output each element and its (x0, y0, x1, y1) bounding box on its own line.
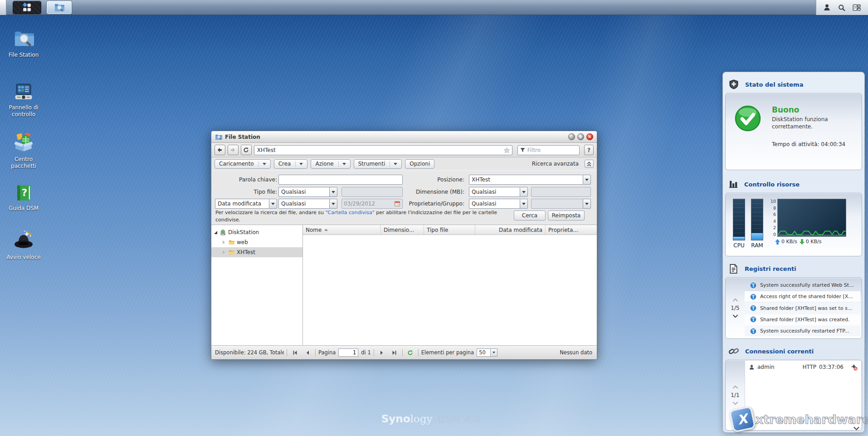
tree-node-xhtest[interactable]: XHTest (211, 247, 302, 257)
page-number-input[interactable] (338, 348, 358, 357)
select-value: Qualsiasi (469, 199, 520, 209)
file-station-icon (54, 2, 64, 13)
previous-page-button[interactable] (302, 348, 312, 357)
search-icon[interactable] (838, 4, 845, 11)
tools-menu-button[interactable]: Strumenti (354, 159, 402, 169)
connection-user: admin (757, 364, 775, 370)
chevron-down-icon[interactable] (329, 187, 337, 197)
help-button[interactable]: ? (584, 145, 594, 155)
minimize-button[interactable] (568, 133, 575, 140)
next-page-button[interactable] (377, 348, 387, 357)
column-header-owner[interactable]: Proprieta... (546, 225, 597, 235)
network-traffic-graph (777, 199, 846, 237)
date-qualifier-select[interactable]: Qualsiasi (278, 199, 337, 209)
recent-logs-header[interactable]: Registri recenti (725, 262, 863, 275)
column-header-filetype[interactable]: Tipo file (424, 225, 475, 235)
system-status-header[interactable]: Stato del sistema (725, 78, 863, 91)
maximize-button[interactable]: + (577, 133, 584, 140)
info-icon (750, 328, 756, 334)
bookmark-star-icon[interactable] (503, 147, 510, 154)
upload-menu-button[interactable]: Caricamento (215, 159, 271, 169)
path-field[interactable]: XHTest (254, 145, 512, 155)
log-row[interactable]: Shared folder [XHTest] was created. (745, 314, 860, 325)
action-menu-button[interactable]: Azione (311, 159, 350, 169)
log-row[interactable]: Access right of the shared folder [X... (745, 291, 860, 302)
sort-ascending-icon (324, 229, 328, 231)
column-header-modified[interactable]: Data modificata (475, 225, 546, 235)
tree-node-web[interactable]: web (211, 237, 302, 247)
reset-button[interactable]: Reimposta (548, 211, 585, 220)
chevron-down-icon[interactable] (329, 199, 337, 209)
owner-label: Proprietario/Gruppo: (396, 199, 464, 209)
date-field-select[interactable]: Data modificata (215, 199, 277, 209)
owner-select[interactable]: Qualsiasi (469, 199, 528, 209)
chevron-down-icon[interactable] (732, 314, 738, 318)
tree-node-diskstation[interactable]: DiskStation (211, 227, 302, 237)
desktop-icon-package-center[interactable]: Centro pacchetti (3, 132, 44, 170)
page-size-select[interactable]: 50 (477, 348, 497, 357)
chevron-down-icon[interactable] (732, 402, 738, 405)
refresh-button[interactable] (241, 145, 252, 155)
resource-monitor-header[interactable]: Controllo risorse (725, 177, 863, 191)
collapsed-triangle-icon[interactable] (223, 240, 225, 244)
desktop-icon-dsm-help[interactable]: Guida DSM (3, 183, 44, 212)
log-text: Access right of the shared folder [X... (760, 294, 853, 299)
collapse-advanced-search-button[interactable] (585, 160, 594, 168)
create-menu-button[interactable]: Crea (274, 159, 308, 169)
y-tick: 8 (769, 206, 776, 211)
shared-folder-link[interactable]: "Cartella condivisa" (326, 210, 375, 216)
filetype-label: Tipo file: (220, 187, 277, 197)
expanded-triangle-icon[interactable] (214, 231, 217, 234)
chevron-down-icon[interactable] (520, 199, 528, 209)
filter-box[interactable] (517, 145, 580, 155)
connections-page-indicator: 1/1 (731, 392, 739, 398)
page-total-label: di 1 (361, 349, 371, 356)
filter-input[interactable] (527, 147, 577, 153)
chevron-up-icon[interactable] (732, 298, 738, 302)
file-list: Nome Dimensio... Tipo file Data modifica… (303, 225, 597, 345)
window-titlebar[interactable]: File Station + ✕ (211, 131, 597, 143)
chevron-down-icon[interactable] (583, 175, 591, 185)
desktop-icon-control-panel[interactable]: Pannello di controllo (3, 82, 44, 118)
chevron-down-icon[interactable] (520, 187, 528, 197)
disconnect-icon[interactable] (851, 364, 858, 371)
taskbar-task-file-station[interactable] (47, 1, 72, 14)
back-button[interactable] (215, 145, 225, 155)
column-header-name[interactable]: Nome (303, 225, 381, 235)
user-icon[interactable] (823, 4, 831, 11)
search-button[interactable]: Cerca (514, 211, 546, 220)
logs-page-indicator: 1/5 (731, 305, 739, 311)
column-header-size[interactable]: Dimensio... (381, 225, 424, 235)
network-rates: 0 KB/s 0 KB/s (775, 239, 846, 245)
forward-button[interactable] (228, 145, 239, 155)
log-row[interactable]: System successfully restarted FTP... (745, 326, 860, 336)
window-title: File Station (225, 134, 260, 140)
log-row[interactable]: Shared folder [XHTest] was set to s... (745, 303, 860, 314)
chevron-down-icon[interactable] (490, 348, 497, 357)
taskbar-corner (0, 0, 6, 15)
main-menu-button[interactable] (13, 1, 41, 14)
size-select[interactable]: Qualsiasi (469, 187, 528, 197)
column-label: Nome (306, 227, 322, 233)
keyword-input[interactable] (278, 175, 403, 185)
current-connections-header[interactable]: Connessioni correnti (725, 344, 863, 358)
chevron-down-icon[interactable] (269, 199, 277, 209)
info-icon (750, 305, 756, 311)
refresh-list-button[interactable] (405, 348, 415, 357)
list-header: Nome Dimensio... Tipo file Data modifica… (303, 225, 597, 235)
desktop-icon-file-station[interactable]: File Station (3, 28, 44, 59)
desktop-icon-quick-start[interactable]: Avvio veloce (3, 230, 44, 261)
divider (295, 161, 296, 167)
first-page-button[interactable] (290, 348, 300, 357)
file-list-body[interactable] (303, 235, 597, 345)
chevron-up-icon[interactable] (732, 385, 738, 389)
close-button[interactable]: ✕ (586, 133, 593, 140)
options-button[interactable]: Opzioni (405, 159, 434, 169)
filetype-select[interactable]: Qualsiasi (278, 187, 337, 197)
location-select[interactable]: XHTest (469, 175, 591, 185)
log-row[interactable]: System successfully started Web St... (745, 280, 860, 290)
last-page-button[interactable] (390, 348, 400, 357)
collapsed-triangle-icon[interactable] (223, 250, 225, 254)
connection-row[interactable]: admin HTTP 03:37:06 (745, 361, 861, 372)
widgets-icon[interactable] (852, 3, 861, 12)
